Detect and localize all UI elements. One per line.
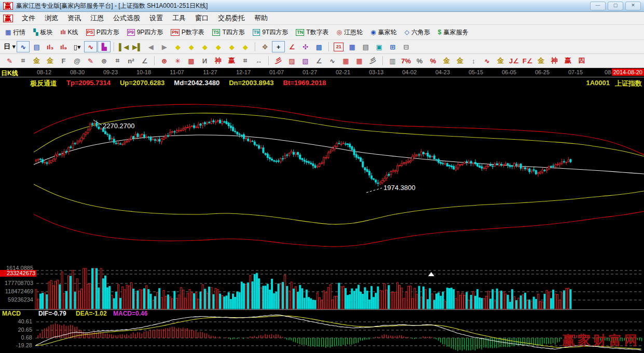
hand-pan-tool[interactable]: ✥ [258,41,271,52]
f-ruler-tool[interactable]: F [57,55,70,66]
gold-ruler2-tool[interactable]: 金 [44,55,57,66]
page-left-button[interactable]: ◀ [144,41,157,52]
seven-percent-tool[interactable]: 7% [400,55,413,66]
star-circle-tool[interactable]: ✳ [171,55,184,66]
menu-item-窗口[interactable]: 窗口 [190,12,213,24]
grid-tool[interactable]: ▦ [339,55,352,66]
pen-tool[interactable]: ✎ [3,55,16,66]
gold-line-tool[interactable]: 金 [454,55,467,66]
shen-angle-tool[interactable]: 神 [548,55,561,66]
expand-horizontal-button[interactable]: ◆ [198,41,211,52]
compress-button[interactable]: ◆ [225,41,238,52]
circle-ruler-tool[interactable]: ⊕ [98,55,111,66]
ninet-square-button[interactable]: T99T四方形 [253,28,289,37]
pen-ruler-tool[interactable]: ✎ [84,55,97,66]
quotes-button[interactable]: ▦行情 [5,28,25,37]
expand-right-button[interactable]: ◆ [185,41,198,52]
close-button[interactable]: ✕ [625,2,641,10]
tools-toolbar: 日 ▾∿▤ıl₃ıl₉▯▾∿▙▌◀▶▌◀▶◆◆◆◆◆◆✥+∠✣▩21▦▤▣⊞⊟ [0,40,644,54]
ninep-square-button[interactable]: P99P四方形 [127,28,163,37]
menu-item-公式选股[interactable]: 公式选股 [108,12,145,24]
calculator-button[interactable]: ▦ [346,41,359,52]
shaded-box2-tool[interactable]: ▧ [299,55,312,66]
jump-last-button[interactable]: ▶▌ [131,41,144,52]
width-tool[interactable]: ↔ [252,55,265,66]
app-logo-icon: 赢 [3,2,13,10]
jump-first-button[interactable]: ▌◀ [117,41,130,52]
wave-tool[interactable]: ∿ [326,55,339,66]
spiral-tool[interactable]: @ [71,55,84,66]
winner-wheel-button[interactable]: ◉赢家轮 [371,28,396,37]
gann-text-tool[interactable]: ✣ [299,41,312,52]
page-right-button[interactable]: ▶ [158,41,171,52]
overlay-chart-button[interactable]: ∿ [17,41,30,52]
shen-grid-tool[interactable]: 神 [212,55,225,66]
j-angle-tool[interactable]: J∠ [508,55,520,66]
wave2-tool[interactable]: ∿ [481,55,494,66]
grid-box-tool[interactable]: ▩ [185,55,198,66]
export-button[interactable]: ⊟ [400,41,413,52]
expand-left-button[interactable]: ◆ [171,41,184,52]
price-pen-tool[interactable]: ↕ [467,55,480,66]
n2-tool[interactable]: n² [125,55,138,66]
menu-item-工具[interactable]: 工具 [168,12,190,24]
gold-ruler-tool[interactable]: 金 [30,55,43,66]
bars9-button[interactable]: ıl₉ [57,41,70,52]
angle-line-tool[interactable]: ∠ [285,41,298,52]
expand-cross-button[interactable]: ◆ [212,41,225,52]
menu-item-帮助[interactable]: 帮助 [250,12,272,24]
menu-item-文件[interactable]: 文件 [17,12,40,24]
circle-cross-tool[interactable]: ⊕ [158,55,171,66]
maze-tool[interactable]: ▩ [312,41,325,52]
crosshair-tool[interactable]: + [272,41,285,52]
expand-all-button[interactable]: ◆ [239,41,252,52]
si-angle-tool[interactable]: 四 [575,55,588,66]
period-selector[interactable]: 日 ▾ [3,41,16,52]
gann-wheel-button[interactable]: ◎江恩轮 [337,28,363,37]
menu-item-浏览[interactable]: 浏览 [40,12,63,24]
save-button[interactable]: ▣ [373,41,386,52]
k-notation-tool[interactable]: И [198,55,211,66]
grid2-tool[interactable]: ▦ [353,55,366,66]
percent-line-tool[interactable]: % [427,55,440,66]
report-button[interactable]: ▤ [359,41,372,52]
ruler-tool[interactable]: ⌗ [17,55,30,66]
percent-tool[interactable]: % [413,55,426,66]
p-square-button[interactable]: PSP四方形 [86,28,119,37]
sectors-button[interactable]: ▚板块 [33,28,52,37]
gold-angle-tool[interactable]: 金 [535,55,547,66]
p-number-table-button[interactable]: PNP数字表 [171,28,204,37]
macd-scale-label: -19.28 [1,342,32,348]
angle-lines-tool[interactable]: ∠ [312,55,325,66]
kline-button[interactable]: ılıK线 [61,28,78,37]
bars-percent-tool[interactable]: ▥ [386,55,399,66]
t-number-table-button[interactable]: TNT数字表 [296,28,328,37]
angle-mirror-tool[interactable]: ∠ [138,55,151,66]
info-note-button[interactable]: ▤ [30,41,43,52]
hexagon-button[interactable]: ◇六角形 [405,28,430,37]
menu-item-资讯[interactable]: 资讯 [63,12,86,24]
fan-lines-tool[interactable]: 彡 [272,55,285,66]
t-square-button[interactable]: TST四方形 [212,28,245,37]
menu-item-设置[interactable]: 设置 [145,12,168,24]
ying-grid-tool[interactable]: 赢 [225,55,238,66]
ying-angle-tool[interactable]: 赢 [561,55,574,66]
lines-tool[interactable]: 彡 [366,55,379,66]
copy-chart-button[interactable]: ⊞ [386,41,399,52]
menu-item-江恩[interactable]: 江恩 [86,12,108,24]
zigzag-button[interactable]: ∿ [84,41,97,52]
shaded-box-tool[interactable]: ▨ [285,55,298,66]
grid-123-tool[interactable]: ⌗ [239,55,252,66]
gold-line2-tool[interactable]: 金 [494,55,507,66]
gold-circle-tool[interactable]: 金 [440,55,453,66]
f-angle-tool[interactable]: F∠ [521,55,534,66]
winner-service-button[interactable]: $赢家服务 [438,28,469,37]
bars3-button[interactable]: ıl₃ [44,41,57,52]
menu-item-交易委托[interactable]: 交易委托 [213,12,250,24]
candle-style-selector[interactable]: ▯▾ [71,41,84,52]
tick-ruler-tool[interactable]: ⌗ [111,55,124,66]
histogram-button[interactable]: ▙ [98,41,111,52]
minimize-button[interactable]: — [590,2,606,10]
restore-button[interactable]: ▢ [608,2,623,10]
calendar-button[interactable]: 21 [334,43,344,51]
